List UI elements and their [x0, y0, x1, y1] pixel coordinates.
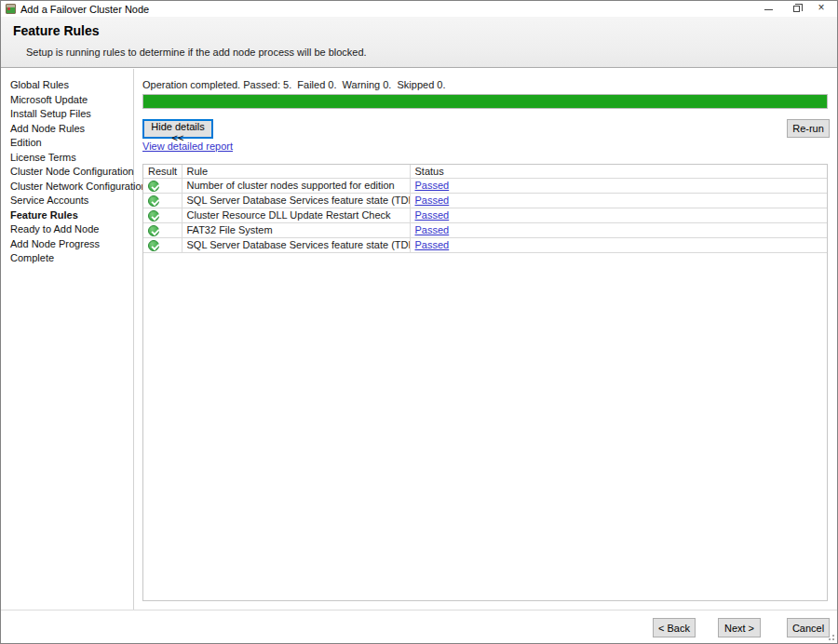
sidebar-item-service-accounts[interactable]: Service Accounts [1, 194, 133, 208]
minimize-glyph [764, 9, 773, 10]
hide-details-button[interactable]: Hide details << [142, 119, 213, 139]
passed-check-icon [148, 240, 159, 251]
passed-check-icon [148, 210, 159, 221]
back-button[interactable]: < Back [653, 618, 696, 637]
resize-grip[interactable] [827, 633, 834, 640]
sidebar-item-cluster-node-configuration[interactable]: Cluster Node Configuration [1, 165, 133, 180]
sidebar-item-global-rules[interactable]: Global Rules [1, 78, 133, 93]
table-row: Cluster Resource DLL Update Restart Chec… [143, 208, 827, 222]
rule-cell: Number of cluster nodes supported for ed… [182, 178, 410, 193]
table-row: FAT32 File SystemPassed [143, 222, 827, 237]
next-button[interactable]: Next > [718, 618, 761, 637]
status-passed-link[interactable]: Passed [415, 209, 450, 221]
close-icon[interactable]: × [809, 1, 833, 17]
sidebar-item-install-setup-files[interactable]: Install Setup Files [1, 107, 133, 122]
rule-cell: SQL Server Database Services feature sta… [182, 193, 410, 208]
status-cell: Passed [410, 178, 827, 193]
footer-divider [1, 610, 837, 610]
sidebar-item-cluster-network-configuration[interactable]: Cluster Network Configuration [1, 180, 133, 195]
sidebar-item-license-terms[interactable]: License Terms [1, 151, 133, 166]
rerun-button[interactable]: Re-run [787, 119, 830, 138]
table-row: Number of cluster nodes supported for ed… [143, 178, 827, 193]
rules-table-body: Number of cluster nodes supported for ed… [143, 178, 827, 252]
progress-bar [142, 94, 828, 109]
sidebar-item-add-node-rules[interactable]: Add Node Rules [1, 122, 133, 137]
rules-table: Result Rule Status Number of cluster nod… [143, 165, 827, 253]
rule-cell: SQL Server Database Services feature sta… [182, 237, 410, 252]
column-header-rule: Rule [182, 165, 410, 178]
minimize-icon[interactable] [757, 1, 781, 17]
sidebar-item-microsoft-update[interactable]: Microsoft Update [1, 93, 133, 108]
cancel-button[interactable]: Cancel [787, 618, 830, 637]
restore-icon[interactable] [785, 1, 809, 17]
result-cell [143, 178, 182, 193]
result-cell [143, 208, 182, 222]
rules-details-panel: Result Rule Status Number of cluster nod… [142, 164, 828, 601]
rule-cell: Cluster Resource DLL Update Restart Chec… [182, 208, 410, 222]
titlebar: Add a Failover Cluster Node × [1, 1, 837, 17]
app-icon [6, 4, 16, 14]
restore-glyph [793, 6, 800, 12]
status-passed-link[interactable]: Passed [415, 224, 450, 235]
sidebar-item-add-node-progress[interactable]: Add Node Progress [1, 237, 133, 252]
status-cell: Passed [410, 193, 827, 208]
page-title: Feature Rules [13, 23, 100, 38]
column-header-status: Status [410, 165, 827, 178]
table-row: SQL Server Database Services feature sta… [143, 237, 827, 252]
wizard-window: Add a Failover Cluster Node × Feature Ru… [0, 0, 838, 644]
status-cell: Passed [410, 237, 827, 252]
sidebar-nav: Global RulesMicrosoft UpdateInstall Setu… [1, 69, 134, 610]
rule-cell: FAT32 File System [182, 222, 410, 237]
sidebar-item-edition[interactable]: Edition [1, 136, 133, 151]
table-header-row: Result Rule Status [143, 165, 827, 178]
wizard-header: Feature Rules Setup is running rules to … [1, 17, 837, 68]
operation-status-text: Operation completed. Passed: 5. Failed 0… [142, 79, 446, 90]
status-passed-link[interactable]: Passed [415, 180, 450, 191]
progress-bar-fill [143, 95, 827, 108]
status-cell: Passed [410, 222, 827, 237]
status-cell: Passed [410, 208, 827, 222]
result-cell [143, 222, 182, 237]
page-subtitle: Setup is running rules to determine if t… [26, 47, 367, 58]
view-detailed-report-link[interactable]: View detailed report [142, 141, 233, 152]
sidebar-item-ready-to-add-node[interactable]: Ready to Add Node [1, 222, 133, 237]
passed-check-icon [148, 225, 159, 236]
column-header-result: Result [143, 165, 182, 178]
passed-check-icon [148, 195, 159, 207]
status-passed-link[interactable]: Passed [415, 195, 450, 206]
sidebar-item-feature-rules[interactable]: Feature Rules [1, 208, 133, 223]
status-passed-link[interactable]: Passed [415, 239, 450, 250]
passed-check-icon [148, 181, 159, 192]
sidebar-item-complete[interactable]: Complete [1, 251, 133, 266]
result-cell [143, 193, 182, 208]
window-title: Add a Failover Cluster Node [20, 4, 149, 15]
table-row: SQL Server Database Services feature sta… [143, 193, 827, 208]
result-cell [143, 237, 182, 252]
